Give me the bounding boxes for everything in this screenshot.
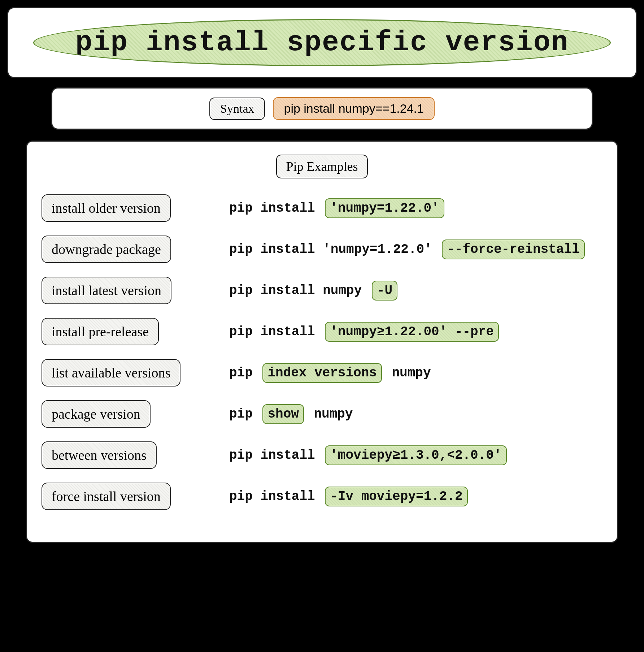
command-highlight-text: show [267,407,299,422]
examples-list: install older versionpip install 'numpy=… [42,194,602,510]
command-highlight: -U [372,281,397,301]
example-row: install latest versionpip install numpy … [42,277,602,304]
title-panel: pip install specific version [7,7,637,78]
command-prefix: pip install [229,448,323,463]
command-highlight-text: 'moviepy≥1.3.0,<2.0.0' [330,448,501,463]
example-command: pip index versions numpy [229,363,602,383]
section-title-row: Pip Examples [42,155,602,178]
example-label-pill: install pre-release [42,318,159,345]
example-label: install older version [52,200,161,216]
command-highlight-text: --force-reinstall [447,242,579,257]
example-label-pill: install older version [42,194,171,222]
example-label-pill: list available versions [42,359,180,387]
command-highlight: 'numpy≥1.22.00' --pre [325,322,499,342]
command-prefix: pip install [229,201,323,216]
example-label: list available versions [52,365,170,380]
example-label-pill: package version [42,400,151,428]
command-highlight: index versions [262,363,382,383]
example-row: downgrade packagepip install 'numpy=1.22… [42,236,602,263]
example-command: pip install 'numpy=1.22.0' --force-reins… [229,239,602,259]
command-highlight: --force-reinstall [442,239,584,259]
example-command: pip install 'numpy≥1.22.00' --pre [229,322,602,342]
command-highlight: -Iv moviepy=1.2.2 [325,487,467,506]
syntax-label: Syntax [220,102,254,116]
example-label: force install version [52,489,161,504]
syntax-panel-wrap: Syntax pip install numpy==1.24.1 [51,87,593,130]
example-command: pip show numpy [229,404,602,424]
command-prefix: pip install [229,489,323,504]
example-label-pill: force install version [42,483,171,510]
syntax-panel: Syntax pip install numpy==1.24.1 [51,87,593,130]
command-suffix: numpy [384,366,431,380]
command-prefix: pip install [229,324,323,339]
command-highlight-text: 'numpy≥1.22.00' --pre [330,324,494,339]
example-command: pip install -Iv moviepy=1.2.2 [229,487,602,506]
syntax-command: pip install numpy==1.24.1 [284,102,423,116]
title-panel-wrap: pip install specific version [7,7,637,78]
page-title: pip install specific version [75,27,569,59]
example-label-pill: between versions [42,441,157,469]
example-label: install pre-release [52,324,149,339]
command-highlight: 'numpy=1.22.0' [325,198,444,218]
command-highlight-text: index versions [267,366,377,380]
command-highlight-text: -Iv moviepy=1.2.2 [330,489,462,504]
example-command: pip install 'numpy=1.22.0' [229,198,602,218]
example-label: install latest version [52,283,161,298]
example-label: between versions [52,448,147,463]
command-highlight-text: 'numpy=1.22.0' [330,201,439,216]
example-label-pill: downgrade package [42,236,171,263]
example-label: package version [52,406,140,422]
example-row: package versionpip show numpy [42,400,602,428]
example-row: install older versionpip install 'numpy=… [42,194,602,222]
example-command: pip install numpy -U [229,281,602,301]
section-title: Pip Examples [276,155,368,178]
command-prefix: pip [229,366,260,380]
command-highlight-text: -U [377,283,392,298]
example-row: force install versionpip install -Iv mov… [42,483,602,510]
command-highlight: show [262,404,304,424]
syntax-command-pill: pip install numpy==1.24.1 [273,97,434,120]
example-row: between versionspip install 'moviepy≥1.3… [42,441,602,469]
example-label-pill: install latest version [42,277,171,304]
title-ellipse: pip install specific version [33,19,611,66]
command-prefix: pip install numpy [229,283,370,298]
command-suffix: numpy [306,407,353,422]
example-row: install pre-releasepip install 'numpy≥1.… [42,318,602,345]
example-command: pip install 'moviepy≥1.3.0,<2.0.0' [229,445,602,465]
example-label: downgrade package [52,242,161,257]
command-highlight: 'moviepy≥1.3.0,<2.0.0' [325,445,506,465]
example-row: list available versionspip index version… [42,359,602,387]
command-prefix: pip [229,407,260,422]
examples-panel: Pip Examples install older versionpip in… [26,141,618,543]
command-prefix: pip install 'numpy=1.22.0' [229,242,440,257]
syntax-label-pill: Syntax [209,98,265,120]
